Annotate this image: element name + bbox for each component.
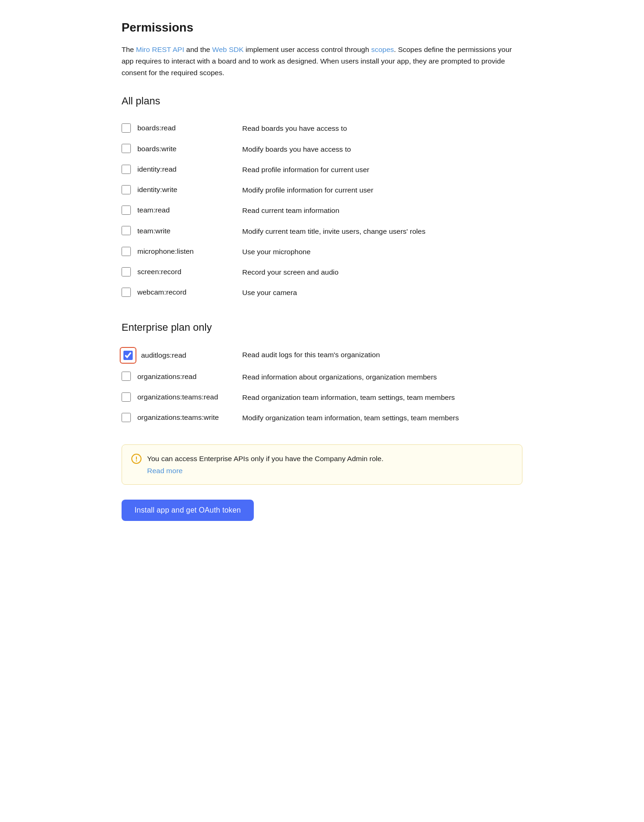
checkbox-organizations-teams-write[interactable] bbox=[122, 413, 131, 422]
scopes-link[interactable]: scopes bbox=[371, 45, 394, 53]
notice-text-content: You can access Enterprise APIs only if y… bbox=[147, 453, 384, 476]
permission-row-identity-read: identity:read Read profile information f… bbox=[122, 159, 522, 180]
scope-label-team-write[interactable]: team:write bbox=[137, 225, 171, 236]
enterprise-plans-list: auditlogs:read Read audit logs for this … bbox=[122, 344, 522, 428]
description-webcam-record: Use your camera bbox=[242, 287, 522, 298]
checkbox-area-organizations-teams-write: organizations:teams:write bbox=[122, 412, 242, 423]
scope-label-screen-record[interactable]: screen:record bbox=[137, 266, 181, 277]
checkbox-wrapper-organizations-teams-write[interactable] bbox=[122, 413, 131, 422]
checkbox-area-team-write: team:write bbox=[122, 225, 242, 236]
scope-label-organizations-teams-write[interactable]: organizations:teams:write bbox=[137, 412, 219, 423]
description-boards-write: Modify boards you have access to bbox=[242, 143, 522, 154]
scope-label-team-read[interactable]: team:read bbox=[137, 205, 170, 215]
checkbox-wrapper-boards-write[interactable] bbox=[122, 144, 131, 153]
scope-label-boards-read[interactable]: boards:read bbox=[137, 122, 176, 133]
scope-label-identity-read[interactable]: identity:read bbox=[137, 164, 176, 174]
permission-row-organizations-teams-read: organizations:teams:read Read organizati… bbox=[122, 387, 522, 407]
permission-row-identity-write: identity:write Modify profile informatio… bbox=[122, 180, 522, 200]
checkbox-boards-write[interactable] bbox=[122, 144, 131, 153]
checkbox-wrapper-microphone-listen[interactable] bbox=[122, 247, 131, 256]
warning-icon bbox=[131, 454, 142, 464]
checkbox-area-team-read: team:read bbox=[122, 205, 242, 215]
checkbox-wrapper-identity-read[interactable] bbox=[122, 165, 131, 174]
description-boards-read: Read boards you have access to bbox=[242, 122, 522, 134]
checkbox-wrapper-webcam-record[interactable] bbox=[122, 288, 131, 297]
scope-label-organizations-teams-read[interactable]: organizations:teams:read bbox=[137, 392, 218, 402]
enterprise-plans-title: Enterprise plan only bbox=[122, 320, 522, 335]
permission-row-boards-read: boards:read Read boards you have access … bbox=[122, 118, 522, 138]
checkbox-area-organizations-teams-read: organizations:teams:read bbox=[122, 392, 242, 402]
checkbox-wrapper-organizations-teams-read[interactable] bbox=[122, 392, 131, 402]
checkbox-area-auditlogs-read: auditlogs:read bbox=[122, 349, 242, 362]
checkbox-area-screen-record: screen:record bbox=[122, 266, 242, 277]
description-team-read: Read current team information bbox=[242, 205, 522, 216]
install-button[interactable]: Install app and get OAuth token bbox=[122, 500, 254, 521]
checkbox-wrapper-auditlogs-read[interactable] bbox=[122, 349, 135, 362]
scope-label-organizations-read[interactable]: organizations:read bbox=[137, 371, 197, 382]
checkbox-wrapper-team-write[interactable] bbox=[122, 226, 131, 235]
checkbox-wrapper-organizations-read[interactable] bbox=[122, 372, 131, 381]
checkbox-wrapper-team-read[interactable] bbox=[122, 206, 131, 215]
all-plans-title: All plans bbox=[122, 93, 522, 109]
checkbox-area-webcam-record: webcam:record bbox=[122, 287, 242, 297]
notice-text: You can access Enterprise APIs only if y… bbox=[147, 455, 384, 462]
permission-row-webcam-record: webcam:record Use your camera bbox=[122, 282, 522, 302]
checkbox-microphone-listen[interactable] bbox=[122, 247, 131, 256]
checkbox-identity-read[interactable] bbox=[122, 165, 131, 174]
description-team-write: Modify current team title, invite users,… bbox=[242, 225, 522, 237]
checkbox-team-read[interactable] bbox=[122, 206, 131, 215]
page-wrapper: Permissions The Miro REST API and the We… bbox=[99, 0, 545, 822]
checkbox-auditlogs-read[interactable] bbox=[123, 351, 133, 360]
read-more-link[interactable]: Read more bbox=[147, 465, 384, 476]
description-identity-read: Read profile information for current use… bbox=[242, 164, 522, 175]
description-organizations-read: Read information about organizations, or… bbox=[242, 371, 522, 382]
svg-point-2 bbox=[136, 461, 137, 462]
scope-label-microphone-listen[interactable]: microphone:listen bbox=[137, 246, 193, 257]
intro-text-between: and the bbox=[184, 45, 212, 53]
page-title: Permissions bbox=[122, 19, 522, 37]
permission-row-screen-record: screen:record Record your screen and aud… bbox=[122, 262, 522, 282]
checkbox-boards-read[interactable] bbox=[122, 123, 131, 133]
permission-row-boards-write: boards:write Modify boards you have acce… bbox=[122, 139, 522, 159]
description-screen-record: Record your screen and audio bbox=[242, 266, 522, 277]
checkbox-area-identity-read: identity:read bbox=[122, 164, 242, 174]
permission-row-microphone-listen: microphone:listen Use your microphone bbox=[122, 241, 522, 262]
description-microphone-listen: Use your microphone bbox=[242, 246, 522, 257]
checkbox-wrapper-boards-read[interactable] bbox=[122, 123, 131, 133]
intro-text-after-sdk: implement user access control through bbox=[244, 45, 371, 53]
checkbox-screen-record[interactable] bbox=[122, 267, 131, 276]
web-sdk-link[interactable]: Web SDK bbox=[212, 45, 244, 53]
checkbox-webcam-record[interactable] bbox=[122, 288, 131, 297]
checkbox-area-identity-write: identity:write bbox=[122, 184, 242, 195]
permission-row-organizations-read: organizations:read Read information abou… bbox=[122, 366, 522, 387]
scope-label-identity-write[interactable]: identity:write bbox=[137, 184, 177, 195]
scope-label-webcam-record[interactable]: webcam:record bbox=[137, 287, 187, 297]
description-organizations-teams-write: Modify organization team information, te… bbox=[242, 412, 522, 423]
description-organizations-teams-read: Read organization team information, team… bbox=[242, 392, 522, 403]
permission-row-team-write: team:write Modify current team title, in… bbox=[122, 221, 522, 241]
scope-label-boards-write[interactable]: boards:write bbox=[137, 143, 176, 154]
scope-label-auditlogs-read[interactable]: auditlogs:read bbox=[141, 350, 186, 360]
all-plans-list: boards:read Read boards you have access … bbox=[122, 118, 522, 302]
intro-paragraph: The Miro REST API and the Web SDK implem… bbox=[122, 44, 522, 78]
intro-text-before-api: The bbox=[122, 45, 136, 53]
checkbox-wrapper-identity-write[interactable] bbox=[122, 185, 131, 194]
checkbox-team-write[interactable] bbox=[122, 226, 131, 235]
checkbox-area-organizations-read: organizations:read bbox=[122, 371, 242, 382]
checkbox-organizations-read[interactable] bbox=[122, 372, 131, 381]
checkbox-area-boards-read: boards:read bbox=[122, 122, 242, 133]
checkbox-identity-write[interactable] bbox=[122, 185, 131, 194]
checkbox-wrapper-screen-record[interactable] bbox=[122, 267, 131, 276]
description-auditlogs-read: Read audit logs for this team's organiza… bbox=[242, 349, 522, 360]
checkbox-organizations-teams-read[interactable] bbox=[122, 392, 131, 402]
permission-row-team-read: team:read Read current team information bbox=[122, 200, 522, 220]
checkbox-area-microphone-listen: microphone:listen bbox=[122, 246, 242, 257]
permission-row-auditlogs-read: auditlogs:read Read audit logs for this … bbox=[122, 344, 522, 366]
description-identity-write: Modify profile information for current u… bbox=[242, 184, 522, 195]
checkbox-area-boards-write: boards:write bbox=[122, 143, 242, 154]
permission-row-organizations-teams-write: organizations:teams:write Modify organiz… bbox=[122, 407, 522, 428]
miro-rest-api-link[interactable]: Miro REST API bbox=[136, 45, 184, 53]
enterprise-notice: You can access Enterprise APIs only if y… bbox=[122, 444, 522, 485]
